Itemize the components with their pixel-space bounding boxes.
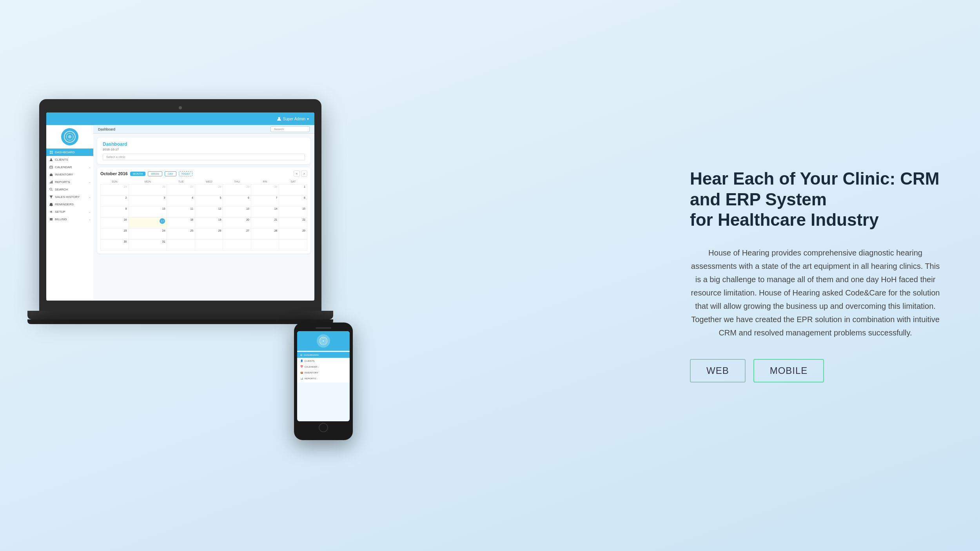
sidebar-item-reminders[interactable]: REMINDERS (46, 201, 93, 208)
phone-logo (317, 334, 330, 348)
cal-month-btn[interactable]: MONTH (130, 172, 146, 176)
svg-point-0 (278, 117, 280, 119)
cal-cell[interactable]: 24 (129, 228, 167, 239)
sidebar-item-sales[interactable]: SALES HISTORY › (46, 193, 93, 201)
cal-cell[interactable]: 20 (223, 218, 251, 228)
phone-rep-icon: 📊 (300, 377, 303, 380)
sidebar-item-setup[interactable]: SETUP › (46, 208, 93, 216)
cal-cell[interactable]: 3 (129, 196, 167, 207)
cal-cell[interactable]: 31 (129, 239, 167, 250)
cal-cell[interactable]: 19 (195, 218, 223, 228)
sidebar-item-reports[interactable]: REPORTS › (46, 178, 93, 186)
sidebar-billing-arrow: › (89, 218, 90, 221)
cal-cell[interactable]: 27 (223, 228, 251, 239)
cal-cell[interactable]: 23 (101, 228, 129, 239)
cal-day-btn[interactable]: DAY (165, 171, 176, 176)
cal-cell[interactable]: 10 (129, 207, 167, 218)
phone-sidebar-dashboard[interactable]: ⊞ DASHBOARD (297, 352, 350, 358)
cal-cell[interactable]: 2 (101, 196, 129, 207)
headline-line1: Hear Each of Your Clinic: CRM and ERP Sy… (690, 169, 939, 209)
cal-cell[interactable]: 6 (223, 196, 251, 207)
mobile-button[interactable]: MOBILE (753, 359, 824, 382)
cal-cell[interactable]: 29 (279, 228, 307, 239)
sidebar-reminders-label: REMINDERS (55, 203, 74, 206)
cal-cell[interactable]: 30 (251, 185, 279, 196)
cal-cell[interactable]: 1 (279, 185, 307, 196)
phone-home-btn[interactable] (319, 423, 328, 432)
sidebar-item-dashboard[interactable]: DASHBOARD (46, 149, 93, 156)
cal-cell[interactable]: 26 (129, 185, 167, 196)
page-description: House of Hearing provides comprehensive … (690, 246, 941, 339)
cal-cell[interactable]: 25 (167, 228, 195, 239)
cal-cell[interactable]: 28 (251, 228, 279, 239)
sidebar-calendar-arrow: › (89, 166, 90, 169)
search-box[interactable]: Search (270, 126, 310, 132)
phone-sidebar-calendar[interactable]: 📅 CALENDAR › (297, 364, 350, 370)
cal-cell[interactable]: 29 (223, 185, 251, 196)
page-wrapper: Super Admin ▾ (0, 0, 980, 551)
cal-today-btn[interactable]: TODAY (179, 171, 192, 176)
svg-point-20 (51, 211, 52, 213)
cal-cell[interactable]: 8 (279, 196, 307, 207)
svg-rect-19 (51, 206, 52, 206)
sidebar-item-inventory[interactable]: INVENTORY (46, 171, 93, 178)
cal-cell[interactable]: 5 (195, 196, 223, 207)
sidebar-inventory-label: INVENTORY (55, 173, 73, 176)
cal-cell[interactable]: 26 (195, 228, 223, 239)
cal-cell[interactable]: 18 (167, 218, 195, 228)
phone-sidebar-clients[interactable]: 👤 CLIENTS (297, 358, 350, 364)
cal-cell[interactable]: 28 (195, 185, 223, 196)
cal-week-btn[interactable]: WEEK (148, 171, 162, 176)
cal-cell[interactable]: 25 (101, 185, 129, 196)
topbar-chevron: ▾ (307, 117, 309, 121)
table-row: 23 24 25 26 27 28 29 (101, 228, 307, 239)
cal-cell[interactable]: 9 (101, 207, 129, 218)
cal-day-sat: SAT (279, 179, 307, 185)
sidebar-item-billing[interactable]: BILLING › (46, 216, 93, 223)
cal-cell[interactable]: 4 (167, 196, 195, 207)
cal-cell[interactable]: 12 (195, 207, 223, 218)
table-row: 25 26 27 28 29 30 1 (101, 185, 307, 196)
sidebar-item-clients[interactable]: CLIENTS (46, 156, 93, 163)
sidebar-item-search[interactable]: SEARCH (46, 186, 93, 193)
cal-day-mon: MON (129, 179, 167, 185)
phone-sidebar-reports[interactable]: 📊 REPORTS › (297, 375, 350, 381)
sidebar-setup-arrow: › (89, 211, 90, 213)
cal-cell[interactable]: 22 (279, 218, 307, 228)
cal-cell[interactable]: 11 (167, 207, 195, 218)
cal-cell[interactable]: 7 (251, 196, 279, 207)
cal-cell[interactable]: 14 (251, 207, 279, 218)
dashboard-clinic-select[interactable]: Select a clinic (103, 154, 305, 160)
cal-cell[interactable]: 16 (101, 218, 129, 228)
dashboard-card-title: Dashboard (103, 141, 305, 147)
svg-rect-9 (50, 166, 53, 169)
svg-rect-15 (51, 181, 52, 183)
cal-cell[interactable]: 13 (223, 207, 251, 218)
table-row: 2 3 4 5 6 7 8 (101, 196, 307, 207)
laptop-foot (27, 319, 333, 324)
svg-point-3 (68, 135, 71, 138)
cal-cell[interactable]: 21 (251, 218, 279, 228)
cal-cell-today[interactable]: 17 (129, 218, 167, 228)
app-body: DASHBOARD CLIENTS CALENDAR › (46, 125, 314, 301)
cal-day-sun: SUN (101, 179, 129, 185)
calendar-grid: SUN MON TUE WED THU FRI SAT (100, 179, 307, 250)
cal-prev-btn[interactable]: ‹ (294, 170, 300, 177)
sidebar-setup-label: SETUP (55, 210, 65, 214)
table-row: 9 10 11 12 13 14 15 (101, 207, 307, 218)
cal-cell[interactable]: 27 (167, 185, 195, 196)
sidebar-item-calendar[interactable]: CALENDAR › (46, 163, 93, 171)
cal-cell[interactable]: 30 (101, 239, 129, 250)
cal-day-fri: FRI (251, 179, 279, 185)
subbar-title: Dashboard (98, 127, 115, 131)
phone-topbar (297, 331, 350, 351)
cal-next-btn[interactable]: › (301, 170, 307, 177)
cal-cell (279, 239, 307, 250)
cal-cell[interactable]: 15 (279, 207, 307, 218)
sidebar-reports-arrow: › (89, 181, 90, 183)
phone-dash-icon: ⊞ (300, 353, 302, 356)
laptop: Super Admin ▾ (39, 99, 321, 366)
phone-inv-icon: 📦 (300, 371, 303, 374)
web-button[interactable]: WEB (690, 359, 746, 382)
phone-sidebar-inventory[interactable]: 📦 INVENTORY (297, 370, 350, 375)
